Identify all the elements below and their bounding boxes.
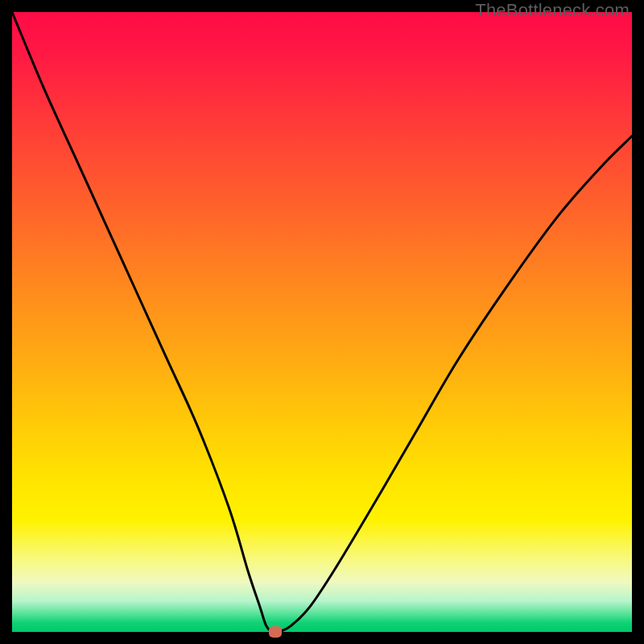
minimum-marker — [269, 626, 282, 638]
chart-frame: TheBottleneck.com — [0, 0, 644, 644]
bottleneck-curve — [12, 12, 632, 632]
plot-area — [12, 12, 632, 632]
watermark-text: TheBottleneck.com — [475, 0, 630, 21]
